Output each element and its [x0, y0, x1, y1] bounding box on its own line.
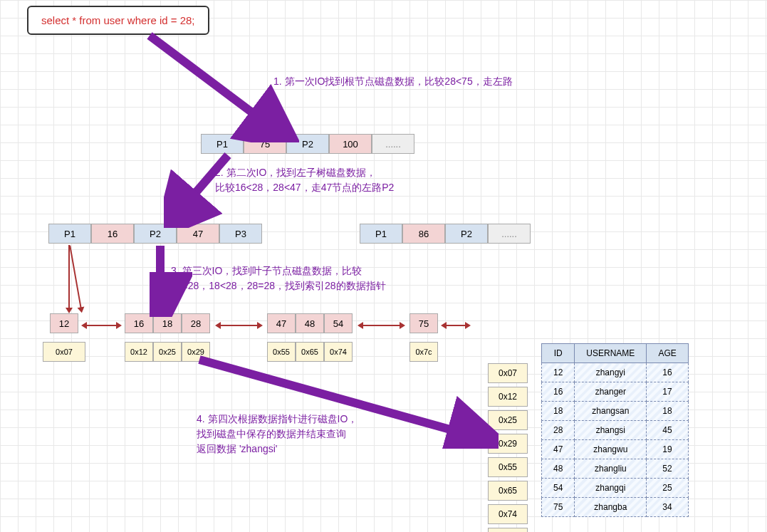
leaf-addr: 0x55 — [267, 342, 296, 362]
leaf-node-2-addrs: 0x12 0x25 0x29 — [125, 342, 210, 362]
leaf-node-3-keys: 47 48 54 — [267, 313, 353, 333]
key-cell: 16 — [91, 224, 134, 244]
link-arrow-icon — [362, 325, 401, 326]
annotation-step1: 1. 第一次IO找到根节点磁盘数据，比较28<75，走左路 — [273, 74, 513, 89]
table-cell: 52 — [647, 459, 688, 479]
table-cell: zhangwu — [575, 440, 647, 459]
disk-addr: 0x74 — [488, 504, 528, 524]
leaf-addr: 0x07 — [43, 342, 85, 362]
ptr-cell: P1 — [201, 134, 244, 154]
leaf-node-4-addrs: 0x7c — [409, 342, 438, 362]
table-cell: zhanger — [575, 382, 647, 402]
annotation-step2: 2. 第二次IO，找到左子树磁盘数据， 比较16<28，28<47，走47节点的… — [215, 165, 394, 195]
ptr-cell: P1 — [360, 224, 402, 244]
table-cell: 47 — [542, 440, 575, 459]
ptr-cell: P1 — [48, 224, 91, 244]
key-cell: 75 — [244, 134, 286, 154]
table-cell: 25 — [647, 479, 688, 498]
ptr-cell: P2 — [286, 134, 329, 154]
table-row: 48zhangliu52 — [542, 459, 689, 479]
link-arrow-icon — [219, 325, 259, 326]
btree-root-node: P1 75 P2 100 ...... — [201, 134, 414, 154]
leaf-node-3-addrs: 0x55 0x65 0x74 — [267, 342, 353, 362]
leaf-addr: 0x7c — [409, 342, 438, 362]
key-cell: 47 — [177, 224, 219, 244]
table-cell: 18 — [647, 402, 688, 421]
table-cell: 12 — [542, 363, 575, 382]
table-cell: zhangliu — [575, 459, 647, 479]
leaf-key: 47 — [267, 313, 296, 333]
th-username: USERNAME — [575, 344, 647, 363]
leaf-key: 75 — [409, 313, 438, 333]
table-cell: 19 — [647, 440, 688, 459]
down-arrow-icon — [68, 245, 70, 309]
ptr-cell: P2 — [445, 224, 488, 244]
annotation-step4: 4. 第四次根据数据指针进行磁盘IO， 找到磁盘中保存的数据并结束查询 返回数据… — [197, 412, 358, 457]
sql-query-box: select * from user where id = 28; — [27, 6, 209, 35]
disk-addr: 0x55 — [488, 457, 528, 477]
user-data-table: ID USERNAME AGE 12zhangyi1616zhanger1718… — [541, 343, 689, 517]
sql-text: select * from user where id = 28; — [41, 14, 195, 26]
ptr-cell: P3 — [219, 224, 262, 244]
disk-addr: 0x7c — [488, 528, 528, 532]
table-cell: 16 — [542, 382, 575, 402]
leaf-addr: 0x29 — [182, 342, 210, 362]
table-cell: zhangsan — [575, 402, 647, 421]
leaf-addr: 0x25 — [153, 342, 182, 362]
key-cell: 86 — [402, 224, 445, 244]
leaf-key: 48 — [296, 313, 324, 333]
svg-line-0 — [150, 36, 278, 132]
leaf-key: 12 — [50, 313, 78, 333]
more-cell: ...... — [488, 224, 531, 244]
table-cell: 18 — [542, 402, 575, 421]
more-cell: ...... — [372, 134, 414, 154]
table-cell: zhangba — [575, 498, 647, 517]
table-row: 54zhangqi25 — [542, 479, 689, 498]
link-arrow-icon — [445, 325, 466, 326]
leaf-node-2-keys: 16 18 28 — [125, 313, 210, 333]
table-row: 47zhangwu19 — [542, 440, 689, 459]
leaf-key: 18 — [153, 313, 182, 333]
table-cell: 48 — [542, 459, 575, 479]
disk-addr: 0x07 — [488, 363, 528, 383]
leaf-key: 16 — [125, 313, 153, 333]
table-cell: 45 — [647, 421, 688, 440]
table-cell: 34 — [647, 498, 688, 517]
annotation-step3: 3. 第三次IO，找到叶子节点磁盘数据，比较 16<28，18<28，28=28… — [171, 264, 386, 293]
leaf-node-1-keys: 12 — [50, 313, 78, 333]
table-cell: 54 — [542, 479, 575, 498]
table-cell: zhangsi — [575, 421, 647, 440]
key-cell: 100 — [329, 134, 372, 154]
table-row: 18zhangsan18 — [542, 402, 689, 421]
table-cell: 16 — [647, 363, 688, 382]
th-id: ID — [542, 344, 575, 363]
table-cell: zhangyi — [575, 363, 647, 382]
btree-level2-right: P1 86 P2 ...... — [360, 224, 531, 244]
table-cell: zhangqi — [575, 479, 647, 498]
leaf-addr: 0x65 — [296, 342, 324, 362]
link-arrow-icon — [85, 325, 118, 326]
leaf-addr: 0x74 — [324, 342, 353, 362]
leaf-node-4-keys: 75 — [409, 313, 438, 333]
th-age: AGE — [647, 344, 688, 363]
disk-addr: 0x25 — [488, 410, 528, 430]
table-row: 16zhanger17 — [542, 382, 689, 402]
ptr-cell: P2 — [134, 224, 177, 244]
table-row: 12zhangyi16 — [542, 363, 689, 382]
table-cell: 28 — [542, 421, 575, 440]
table-row: 75zhangba34 — [542, 498, 689, 517]
disk-addr: 0x29 — [488, 434, 528, 454]
leaf-node-1-addrs: 0x07 — [43, 342, 85, 362]
disk-addr: 0x12 — [488, 387, 528, 407]
table-cell: 75 — [542, 498, 575, 517]
leaf-key: 54 — [324, 313, 353, 333]
down-arrow-icon — [69, 246, 82, 309]
table-row: 28zhangsi45 — [542, 421, 689, 440]
disk-addr: 0x65 — [488, 481, 528, 501]
leaf-addr: 0x12 — [125, 342, 153, 362]
leaf-key: 28 — [182, 313, 210, 333]
btree-level2-left: P1 16 P2 47 P3 — [48, 224, 262, 244]
table-cell: 17 — [647, 382, 688, 402]
